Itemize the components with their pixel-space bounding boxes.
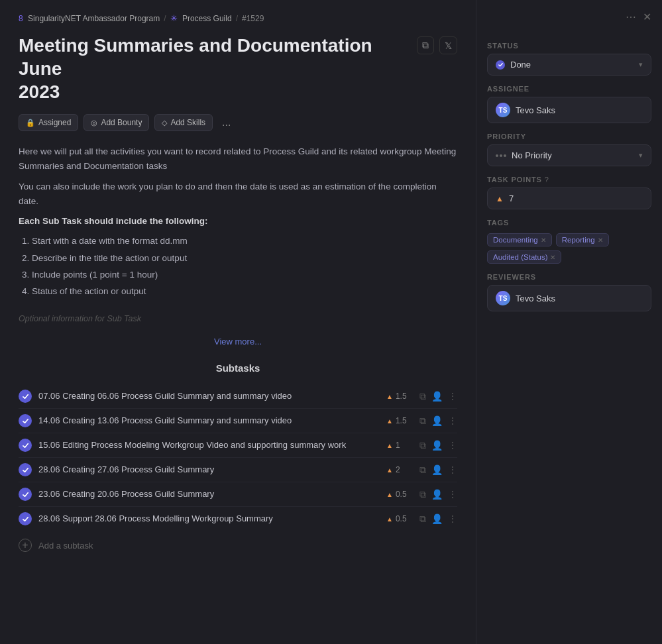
subtask-check-2[interactable]: [19, 439, 32, 452]
subtask-doc-icon-3[interactable]: ⧉: [419, 464, 426, 476]
subtask-more-icon-2[interactable]: ⋮: [448, 440, 457, 451]
subtask-assign-icon-1[interactable]: 👤: [431, 415, 443, 426]
subtask-actions-1: ⧉ 👤 ⋮: [419, 415, 457, 427]
step-1: Start with a date with the format dd.mm: [32, 234, 457, 248]
more-top-button[interactable]: ⋯: [626, 11, 636, 23]
subtask-actions-2: ⧉ 👤 ⋮: [419, 440, 457, 451]
subtask-title-5[interactable]: 28.06 Support 28.06 Process Modelling Wo…: [38, 513, 380, 525]
add-subtask-label: Add a subtask: [38, 541, 93, 551]
tag-remove-2[interactable]: ✕: [550, 254, 555, 261]
step-3: Include points (1 point = 1 hour): [32, 268, 457, 282]
tag-remove-1[interactable]: ✕: [598, 237, 603, 244]
subtask-assign-icon-2[interactable]: 👤: [431, 440, 443, 451]
lock-icon: 🔒: [26, 119, 35, 127]
step-4: Status of the action or output: [32, 284, 457, 299]
assignee-name: Tevo Saks: [516, 105, 555, 115]
tags-container: Documenting✕Reporting✕Audited (Status)✕: [487, 233, 651, 264]
subtask-check-5[interactable]: [19, 512, 32, 525]
subtask-actions-3: ⧉ 👤 ⋮: [419, 464, 457, 476]
skills-icon: ◇: [162, 119, 167, 127]
subtask-doc-icon-4[interactable]: ⧉: [419, 489, 426, 500]
action-bar: 🔒 Assigned ◎ Add Bounty ◇ Add Skills ...: [19, 114, 457, 131]
reviewer-box[interactable]: TS Tevo Saks: [487, 285, 651, 311]
twitter-icon: 𝕏: [445, 40, 452, 51]
description-heading: Each Sub Task should include the followi…: [19, 214, 457, 229]
tag-2[interactable]: Audited (Status)✕: [487, 250, 561, 264]
priority-dropdown[interactable]: No Priority ▾: [487, 144, 651, 166]
subtask-check-4[interactable]: [19, 488, 32, 501]
tag-remove-0[interactable]: ✕: [541, 237, 546, 244]
add-skills-button[interactable]: ◇ Add Skills: [154, 114, 213, 131]
breadcrumb: 8 SingularityNET Ambassador Program / ✳ …: [19, 13, 457, 23]
subtask-more-icon-3[interactable]: ⋮: [448, 464, 457, 475]
add-subtask-row[interactable]: + Add a subtask: [19, 531, 457, 560]
assignee-box[interactable]: TS Tevo Saks: [487, 97, 651, 123]
bounty-icon: ◎: [91, 119, 97, 127]
subtask-assign-icon-4[interactable]: 👤: [431, 489, 443, 500]
guild-link[interactable]: ✳ Process Guild: [170, 13, 232, 23]
subtask-row: 23.06 Creating 20.06 Process Guild Summa…: [19, 482, 457, 507]
subtask-check-1[interactable]: [19, 414, 32, 427]
subtask-title-1[interactable]: 14.06 Creating 13.06 Process Guild Summa…: [38, 415, 380, 427]
subtasks-section: Subtasks 07.06 Creating 06.06 Process Gu…: [19, 362, 457, 560]
task-points-help-icon[interactable]: ?: [545, 176, 549, 184]
subtask-assign-icon-0[interactable]: 👤: [431, 391, 443, 402]
tag-label-1: Reporting: [562, 236, 595, 244]
subtask-title-2[interactable]: 15.06 Editing Process Modeling Workgroup…: [38, 439, 380, 451]
points-icon-3: ▲: [386, 466, 393, 474]
breadcrumb-sep-1: /: [164, 14, 166, 23]
step-2: Describe in the title the action or outp…: [32, 251, 457, 266]
subtask-assign-icon-5[interactable]: 👤: [431, 513, 443, 524]
subtask-doc-icon-2[interactable]: ⧉: [419, 440, 426, 451]
subtask-doc-icon-0[interactable]: ⧉: [419, 391, 426, 402]
priority-value: No Priority: [512, 150, 552, 160]
status-value: Done: [510, 60, 531, 70]
subtask-more-icon-1[interactable]: ⋮: [448, 415, 457, 426]
tag-label-2: Audited (Status): [493, 253, 547, 261]
task-points-label: TASK POINTS: [487, 176, 542, 184]
subtask-points-2: ▲ 1: [386, 441, 413, 450]
status-label: STATUS: [487, 42, 651, 50]
more-options-button[interactable]: ...: [218, 114, 235, 131]
reviewers-label: REVIEWERS: [487, 273, 651, 281]
subtask-row: 07.06 Creating 06.06 Process Guild Summa…: [19, 384, 457, 409]
subtask-row: 14.06 Creating 13.06 Process Guild Summa…: [19, 409, 457, 433]
status-dropdown[interactable]: Done ▾: [487, 54, 651, 76]
subtask-more-icon-0[interactable]: ⋮: [448, 391, 457, 402]
subtask-more-icon-5[interactable]: ⋮: [448, 513, 457, 524]
subtask-list: 07.06 Creating 06.06 Process Guild Summa…: [19, 384, 457, 531]
app-link[interactable]: 8 SingularityNET Ambassador Program: [19, 14, 160, 23]
subtask-title-4[interactable]: 23.06 Creating 20.06 Process Guild Summa…: [38, 488, 380, 500]
bookmark-button[interactable]: ⧉: [417, 36, 434, 54]
tag-1[interactable]: Reporting✕: [556, 233, 609, 246]
page-title: Meeting Summaries and Documentation June…: [19, 34, 417, 103]
points-triangle-icon: ▲: [496, 194, 504, 203]
main-panel: 8 SingularityNET Ambassador Program / ✳ …: [0, 0, 476, 644]
add-subtask-icon: +: [19, 539, 32, 552]
assigned-button[interactable]: 🔒 Assigned: [19, 114, 78, 131]
description-body: Here we will put all the activities you …: [19, 144, 457, 301]
task-points-box[interactable]: ▲ 7: [487, 188, 651, 209]
twitter-button[interactable]: 𝕏: [439, 36, 457, 54]
view-more-button[interactable]: View more...: [19, 331, 457, 352]
tag-label-0: Documenting: [493, 236, 538, 244]
close-button[interactable]: ✕: [643, 11, 651, 23]
subtask-points-4: ▲ 0.5: [386, 490, 413, 499]
issue-link[interactable]: #1529: [242, 14, 264, 23]
add-bounty-button[interactable]: ◎ Add Bounty: [83, 114, 149, 131]
subtask-assign-icon-3[interactable]: 👤: [431, 464, 443, 475]
task-points-value: 7: [509, 193, 514, 203]
subtask-doc-icon-1[interactable]: ⧉: [419, 415, 426, 427]
subtask-doc-icon-5[interactable]: ⧉: [419, 513, 426, 525]
subtask-title-3[interactable]: 28.06 Creating 27.06 Process Guild Summa…: [38, 464, 380, 476]
subtask-check-3[interactable]: [19, 463, 32, 476]
subtasks-heading: Subtasks: [19, 362, 457, 374]
subtask-title-0[interactable]: 07.06 Creating 06.06 Process Guild Summa…: [38, 390, 380, 402]
subtask-more-icon-4[interactable]: ⋮: [448, 489, 457, 500]
priority-label: PRIORITY: [487, 133, 651, 140]
subtask-points-3: ▲ 2: [386, 465, 413, 474]
subtask-check-0[interactable]: [19, 390, 32, 403]
priority-chevron-icon: ▾: [639, 151, 643, 160]
tags-label: TAGS: [487, 219, 651, 227]
tag-0[interactable]: Documenting✕: [487, 233, 552, 246]
